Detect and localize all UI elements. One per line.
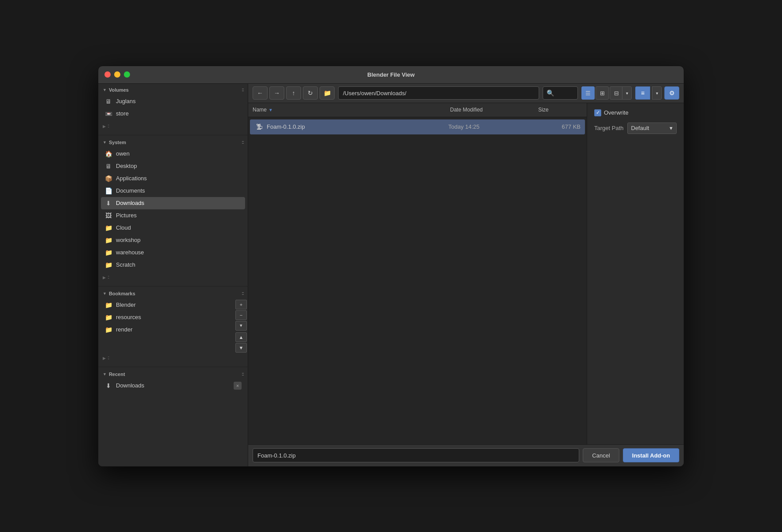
search-icon: 🔍 (547, 89, 554, 97)
bottom-bar: Cancel Install Add-on (248, 444, 684, 466)
store-icon: 📼 (104, 110, 112, 118)
column-date-header[interactable]: Date Modified (450, 107, 538, 113)
sidebar-item-warehouse[interactable]: 📁 warehouse (101, 246, 245, 259)
view-large-button[interactable]: ⊟ (610, 86, 623, 100)
gear-button[interactable]: ⚙ (664, 86, 679, 100)
overwrite-label: Overwrite (604, 109, 629, 116)
install-addon-button[interactable]: Install Add-on (623, 448, 679, 462)
column-size-header[interactable]: Size (538, 107, 582, 113)
filter-button[interactable]: ≡ (635, 86, 650, 100)
bookmarks-collapse-arrow: ▼ (103, 291, 107, 296)
bookmark-scroll-up-button[interactable]: ▲ (235, 332, 247, 342)
bookmarks-header[interactable]: ▼ Bookmarks ::: (98, 287, 248, 299)
filename-input[interactable] (253, 448, 579, 462)
filter-dropdown-button[interactable]: ▾ (652, 86, 662, 100)
column-name-header[interactable]: Name ▼ (253, 107, 450, 113)
owen-label: owen (116, 150, 130, 157)
back-button[interactable]: ← (253, 86, 268, 100)
view-controls: ☰ ⊞ ⊟ ▾ (581, 86, 632, 100)
sidebar-item-pictures[interactable]: 🖼 Pictures (101, 209, 245, 222)
divider-1 (98, 135, 248, 135)
forward-button[interactable]: → (269, 86, 284, 100)
sidebar-item-juglans[interactable]: 🖥 Juglans (101, 95, 245, 108)
scratch-label: Scratch (116, 261, 135, 268)
window-controls (104, 71, 130, 78)
resources-icon: 📁 (104, 313, 112, 321)
recent-label: Recent (109, 372, 125, 377)
sidebar: ▼ Volumes ::: 🖥 Juglans 📼 store (98, 84, 248, 466)
sidebar-item-resources[interactable]: 📁 resources (101, 311, 232, 324)
view-medium-button[interactable]: ⊞ (596, 86, 609, 100)
owen-icon: 🏠 (104, 150, 112, 158)
volumes-label: Volumes (109, 87, 129, 93)
overwrite-checkbox[interactable]: ✓ (594, 109, 601, 116)
pictures-label: Pictures (116, 212, 137, 219)
desktop-icon: 🖥 (104, 162, 112, 170)
toolbar: ← → ↑ ↻ 📁 🔍 ☰ ⊞ ⊟ ▾ ≡ (248, 84, 684, 103)
bookmark-add-button[interactable]: + (235, 300, 247, 309)
scratch-icon: 📁 (104, 261, 112, 269)
sidebar-item-render[interactable]: 📁 render (101, 324, 232, 336)
sidebar-item-scratch[interactable]: 📁 Scratch (101, 259, 245, 271)
blender-file-view-window: Blender File View ▼ Volumes ::: 🖥 Juglan… (98, 66, 684, 467)
desktop-label: Desktop (116, 163, 137, 169)
system-header[interactable]: ▼ System ::: (98, 136, 248, 148)
sidebar-item-downloads[interactable]: ⬇ Downloads (101, 197, 245, 209)
sort-indicator: ▼ (268, 108, 273, 112)
sidebar-item-owen[interactable]: 🏠 owen (101, 148, 245, 160)
cloud-icon: 📁 (104, 224, 112, 232)
sidebar-item-desktop[interactable]: 🖥 Desktop (101, 160, 245, 172)
close-button[interactable] (104, 71, 111, 78)
bookmarks-label: Bookmarks (109, 291, 135, 296)
file-row-foam-zip[interactable]: 🗜 Foam-0.1.0.zip Today 14:25 677 KB (250, 119, 585, 134)
workshop-label: workshop (116, 237, 141, 243)
options-panel: ✓ Overwrite Target Path Default ▾ (587, 103, 684, 444)
applications-label: Applications (116, 175, 147, 182)
minimize-button[interactable] (114, 71, 120, 78)
target-path-label: Target Path (594, 125, 624, 131)
target-path-select[interactable]: Default ▾ (627, 123, 677, 134)
up-button[interactable]: ↑ (286, 86, 301, 100)
search-box[interactable]: 🔍 (543, 86, 578, 100)
view-dropdown-button[interactable]: ▾ (622, 86, 632, 100)
sidebar-item-store[interactable]: 📼 store (101, 108, 245, 120)
cancel-button[interactable]: Cancel (583, 448, 619, 462)
render-label: render (116, 326, 133, 333)
recent-downloads-close-button[interactable]: × (234, 382, 242, 390)
downloads-label: Downloads (116, 200, 144, 206)
path-input[interactable] (338, 86, 539, 100)
sidebar-item-workshop[interactable]: 📁 workshop (101, 234, 245, 246)
bookmark-remove-button[interactable]: − (235, 310, 247, 320)
pictures-icon: 🖼 (104, 212, 112, 219)
new-folder-button[interactable]: 📁 (320, 86, 335, 100)
cloud-label: Cloud (116, 224, 131, 231)
file-list: 🗜 Foam-0.1.0.zip Today 14:25 677 KB (248, 117, 587, 444)
recent-header[interactable]: ▼ Recent ::: (98, 368, 248, 379)
volumes-collapse-arrow: ▼ (103, 88, 107, 92)
target-path-value: Default (631, 125, 649, 131)
volumes-scroll: ▸ ::: (98, 122, 248, 132)
sidebar-item-documents[interactable]: 📄 Documents (101, 185, 245, 197)
sidebar-item-applications[interactable]: 📦 Applications (101, 172, 245, 185)
system-collapse-arrow: ▼ (103, 140, 107, 145)
recent-downloads-label: Downloads (116, 382, 144, 389)
gear-icon: ⚙ (669, 89, 675, 97)
bookmarks-list: 📁 Blender 📁 resources 📁 render (98, 299, 235, 353)
sidebar-item-cloud[interactable]: 📁 Cloud (101, 222, 245, 234)
recent-item-downloads[interactable]: ⬇ Downloads × (101, 379, 245, 392)
volumes-bottom-handle: ::: (108, 123, 108, 128)
juglans-icon: 🖥 (104, 97, 112, 105)
refresh-button[interactable]: ↻ (303, 86, 318, 100)
juglans-label: Juglans (116, 98, 136, 104)
view-list-button[interactable]: ☰ (581, 86, 595, 100)
bookmarks-bottom-handle: ::: (108, 355, 108, 360)
overwrite-checkbox-wrapper[interactable]: ✓ Overwrite (594, 109, 629, 116)
volumes-header[interactable]: ▼ Volumes ::: (98, 84, 248, 95)
overwrite-option: ✓ Overwrite (594, 109, 677, 116)
maximize-button[interactable] (124, 71, 130, 78)
bookmark-scroll-down-button[interactable]: ▼ (235, 343, 247, 353)
sidebar-item-blender[interactable]: 📁 Blender (101, 299, 232, 311)
bookmark-dropdown-button[interactable]: ▾ (235, 321, 247, 331)
volumes-items: 🖥 Juglans 📼 store (98, 95, 248, 122)
titlebar: Blender File View (98, 66, 684, 84)
